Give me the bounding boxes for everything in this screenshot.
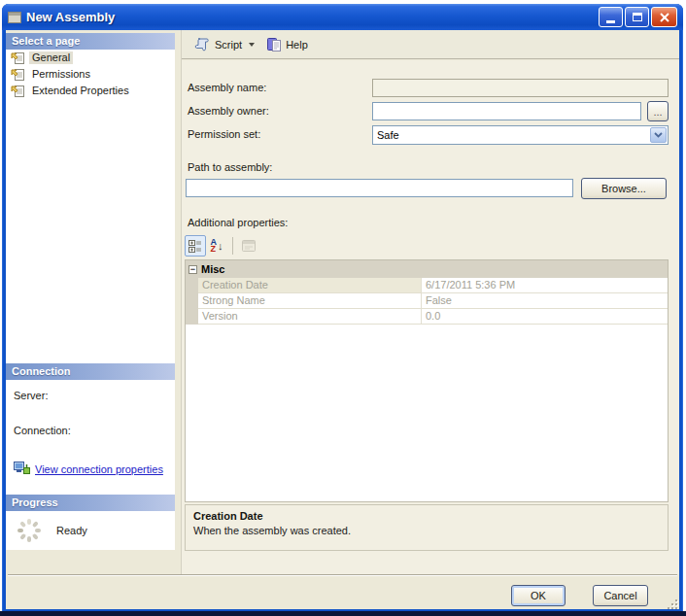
permission-set-value: Safe xyxy=(377,129,399,141)
new-assembly-dialog: New Assembly Select a page xyxy=(2,4,683,613)
toolbar: Script Help xyxy=(182,30,679,59)
assembly-name-label: Assembly name: xyxy=(188,82,266,93)
progress-header: Progress xyxy=(6,495,175,511)
row-indent xyxy=(186,309,198,325)
help-button[interactable]: Help xyxy=(262,35,312,54)
owner-browse-button[interactable]: ... xyxy=(647,101,669,121)
help-label: Help xyxy=(286,39,308,51)
property-value: 0.0 xyxy=(422,309,668,325)
connection-properties-icon xyxy=(14,462,30,476)
window-title: New Assembly xyxy=(26,10,599,24)
general-page-content: Assembly name: Assembly owner: ... Permi… xyxy=(182,60,679,574)
browse-button[interactable]: Browse... xyxy=(581,178,667,199)
window-icon xyxy=(8,12,21,23)
titlebar[interactable]: New Assembly xyxy=(2,4,683,30)
progress-panel: Ready xyxy=(6,511,175,550)
row-indent xyxy=(186,278,198,293)
page-icon xyxy=(11,85,25,98)
progress-status-row: Ready xyxy=(16,517,87,544)
minimize-button[interactable] xyxy=(599,7,623,27)
page-icon xyxy=(11,68,25,82)
property-description-title: Creation Date xyxy=(193,510,660,522)
screen: New Assembly Select a page xyxy=(0,0,686,616)
path-to-assembly-field[interactable] xyxy=(186,179,573,197)
categorized-button[interactable] xyxy=(185,235,206,257)
window-bottom-edge xyxy=(0,611,686,616)
property-description-pane: Creation Date When the assembly was crea… xyxy=(185,504,669,551)
property-row-creation-date[interactable]: Creation Date 6/17/2011 5:36 PM xyxy=(186,278,668,293)
script-label: Script xyxy=(215,39,242,51)
property-name: Version xyxy=(198,309,422,325)
resize-grip[interactable] xyxy=(666,598,677,609)
maximize-icon xyxy=(633,13,642,21)
row-indent xyxy=(186,293,198,309)
permission-set-label: Permission set: xyxy=(188,128,260,140)
sort-arrow-icon: ↓ xyxy=(218,240,223,252)
sort-az-icon: AZ xyxy=(211,239,218,253)
footer-divider xyxy=(8,574,677,576)
property-grid: − Misc Creation Date 6/17/2011 5:36 PM S… xyxy=(185,259,669,502)
view-connection-properties-link[interactable]: View connection properties xyxy=(14,462,163,476)
maximize-button[interactable] xyxy=(625,7,649,27)
assembly-owner-label: Assembly owner: xyxy=(188,105,269,117)
assembly-name-field xyxy=(372,79,669,97)
connection-label: Connection: xyxy=(14,425,71,436)
progress-status-text: Ready xyxy=(56,525,87,536)
help-icon xyxy=(266,37,282,52)
additional-properties-label: Additional properties: xyxy=(188,217,288,228)
sidebar-item-general[interactable]: General xyxy=(6,50,175,66)
categorized-icon xyxy=(188,238,203,254)
permission-set-select[interactable]: Safe xyxy=(372,125,669,145)
alphabetical-sort-button[interactable]: AZ ↓ xyxy=(206,235,227,257)
ok-button[interactable]: OK xyxy=(511,585,566,606)
sidebar-item-label: General xyxy=(29,51,73,64)
property-name: Creation Date xyxy=(198,278,422,293)
close-button[interactable] xyxy=(651,7,677,27)
property-row-strong-name[interactable]: Strong Name False xyxy=(186,293,668,309)
assembly-owner-field[interactable] xyxy=(372,102,641,120)
sidebar-item-extended-properties[interactable]: Extended Properties xyxy=(6,83,175,99)
property-row-version[interactable]: Version 0.0 xyxy=(186,309,668,325)
script-dropdown-icon xyxy=(249,43,255,47)
select-a-page-header: Select a page xyxy=(6,33,175,50)
property-value: 6/17/2011 5:36 PM xyxy=(422,278,668,293)
dialog-body: Select a page General Pe xyxy=(6,30,679,609)
script-icon xyxy=(193,37,211,52)
page-list: General Permissions Ex xyxy=(6,50,175,363)
category-label: Misc xyxy=(201,263,224,275)
property-value: False xyxy=(422,293,668,309)
connection-panel: Server: Connection: View connection prop… xyxy=(6,380,175,495)
progress-spinner-icon xyxy=(16,517,43,544)
collapse-icon[interactable]: − xyxy=(189,265,197,274)
property-description-text: When the assembly was created. xyxy=(193,525,660,536)
script-button[interactable]: Script xyxy=(189,35,258,54)
sidebar-item-label: Permissions xyxy=(29,68,93,81)
sidebar-item-label: Extended Properties xyxy=(29,85,132,97)
connection-header: Connection xyxy=(6,363,175,380)
property-pages-icon xyxy=(241,239,257,253)
minimize-icon xyxy=(606,20,615,23)
property-name: Strong Name xyxy=(198,293,422,309)
toolbar-separator xyxy=(232,237,233,255)
category-row-misc[interactable]: − Misc xyxy=(186,260,668,278)
server-label: Server: xyxy=(14,390,48,401)
combo-arrow-button[interactable] xyxy=(650,127,667,143)
chevron-down-icon xyxy=(654,132,663,138)
page-icon xyxy=(11,51,25,65)
cancel-button[interactable]: Cancel xyxy=(593,585,648,606)
window-controls xyxy=(599,7,677,27)
property-grid-toolbar: AZ ↓ xyxy=(185,234,259,257)
property-pages-button xyxy=(238,235,259,257)
view-connection-properties-label: View connection properties xyxy=(35,463,163,475)
sidebar-item-permissions[interactable]: Permissions xyxy=(6,66,175,83)
close-icon xyxy=(660,13,669,22)
path-to-assembly-label: Path to assembly: xyxy=(188,161,272,173)
